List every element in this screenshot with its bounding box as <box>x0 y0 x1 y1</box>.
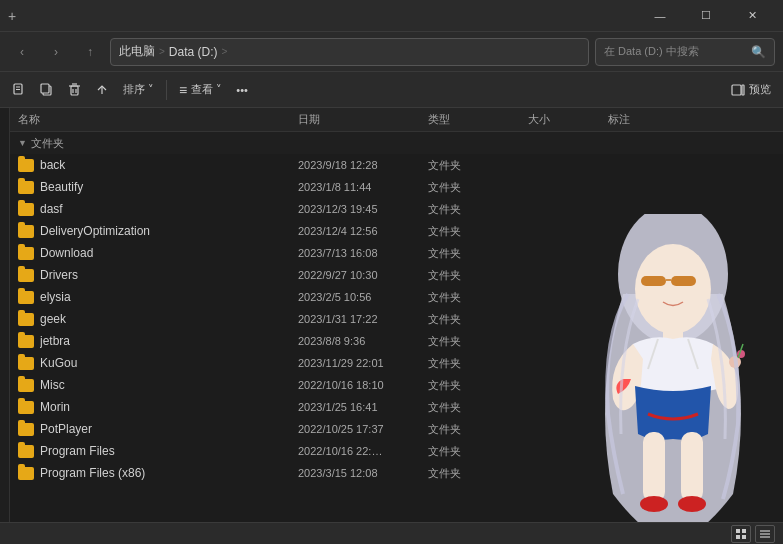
breadcrumb[interactable]: 此电脑 > Data (D:) > <box>110 38 589 66</box>
more-icon: ••• <box>236 84 248 96</box>
file-name: Drivers <box>40 268 298 282</box>
table-row[interactable]: Morin 2023/1/25 16:41 文件夹 <box>10 396 783 418</box>
file-date: 2022/10/25 17:37 <box>298 423 428 435</box>
file-name: KuGou <box>40 356 298 370</box>
delete-icon <box>68 83 81 97</box>
file-date: 2023/12/4 12:56 <box>298 225 428 237</box>
toolbar-right: 预览 <box>725 76 777 104</box>
up-folder-button[interactable] <box>89 76 115 104</box>
table-row[interactable]: KuGou 2023/11/29 22:01 文件夹 <box>10 352 783 374</box>
file-date: 2022/10/16 22:… <box>298 445 428 457</box>
col-tag-header[interactable]: 标注 <box>608 112 688 127</box>
file-name: Beautify <box>40 180 298 194</box>
file-date: 2023/1/31 17:22 <box>298 313 428 325</box>
file-icon <box>18 224 40 238</box>
col-name-header[interactable]: 名称 <box>18 112 298 127</box>
file-type: 文件夹 <box>428 158 528 173</box>
file-type: 文件夹 <box>428 400 528 415</box>
status-grid-view[interactable] <box>731 525 751 543</box>
file-type: 文件夹 <box>428 422 528 437</box>
file-name: Program Files <box>40 444 298 458</box>
file-list: ▼ 文件夹 back 2023/9/18 12:28 文件夹 Beautify <box>10 132 783 544</box>
file-name: PotPlayer <box>40 422 298 436</box>
file-icon <box>18 444 40 458</box>
file-name: Download <box>40 246 298 260</box>
table-row[interactable]: back 2023/9/18 12:28 文件夹 <box>10 154 783 176</box>
file-type: 文件夹 <box>428 268 528 283</box>
status-list-view[interactable] <box>755 525 775 543</box>
table-row[interactable]: PotPlayer 2022/10/25 17:37 文件夹 <box>10 418 783 440</box>
forward-button[interactable]: › <box>42 38 70 66</box>
table-row[interactable]: dasf 2023/12/3 19:45 文件夹 <box>10 198 783 220</box>
file-icon <box>18 246 40 260</box>
col-type-header[interactable]: 类型 <box>428 112 528 127</box>
table-row[interactable]: geek 2023/1/31 17:22 文件夹 <box>10 308 783 330</box>
minimize-button[interactable]: — <box>637 0 683 32</box>
file-name: DeliveryOptimization <box>40 224 298 238</box>
file-date: 2022/10/16 18:10 <box>298 379 428 391</box>
col-size-header[interactable]: 大小 <box>528 112 608 127</box>
svg-rect-28 <box>742 529 746 533</box>
new-file-button[interactable] <box>6 76 32 104</box>
file-icon <box>18 268 40 282</box>
file-name: dasf <box>40 202 298 216</box>
preview-button[interactable]: 预览 <box>725 76 777 104</box>
svg-rect-10 <box>732 85 741 95</box>
file-icon <box>18 180 40 194</box>
delete-button[interactable] <box>62 76 87 104</box>
table-row[interactable]: Program Files 2022/10/16 22:… 文件夹 <box>10 440 783 462</box>
file-date: 2023/9/18 12:28 <box>298 159 428 171</box>
back-button[interactable]: ‹ <box>8 38 36 66</box>
file-type: 文件夹 <box>428 378 528 393</box>
file-name: geek <box>40 312 298 326</box>
file-type: 文件夹 <box>428 334 528 349</box>
file-rows-container: back 2023/9/18 12:28 文件夹 Beautify 2023/1… <box>10 154 783 484</box>
table-row[interactable]: elysia 2023/2/5 10:56 文件夹 <box>10 286 783 308</box>
table-row[interactable]: jetbra 2023/8/8 9:36 文件夹 <box>10 330 783 352</box>
file-icon <box>18 422 40 436</box>
file-name: back <box>40 158 298 172</box>
svg-rect-5 <box>71 86 78 95</box>
main-area: 名称 日期 类型 大小 标注 ▼ 文件夹 back 2023/9/18 12:2… <box>0 108 783 544</box>
svg-rect-30 <box>742 535 746 539</box>
maximize-button[interactable]: ☐ <box>683 0 729 32</box>
file-icon <box>18 356 40 370</box>
preview-icon <box>731 83 745 97</box>
file-type: 文件夹 <box>428 356 528 371</box>
file-name: elysia <box>40 290 298 304</box>
table-row[interactable]: Program Files (x86) 2023/3/15 12:08 文件夹 <box>10 462 783 484</box>
toolbar: 排序 ˅ ≡ 查看 ˅ ••• 预览 <box>0 72 783 108</box>
title-bar: + — ☐ ✕ <box>0 0 783 32</box>
file-type: 文件夹 <box>428 290 528 305</box>
file-name: Morin <box>40 400 298 414</box>
group-chevron: ▼ <box>18 138 27 148</box>
up-folder-icon <box>95 83 109 97</box>
more-button[interactable]: ••• <box>230 76 254 104</box>
table-row[interactable]: Beautify 2023/1/8 11:44 文件夹 <box>10 176 783 198</box>
new-file-icon <box>12 83 26 97</box>
table-row[interactable]: DeliveryOptimization 2023/12/4 12:56 文件夹 <box>10 220 783 242</box>
file-name: Program Files (x86) <box>40 466 298 480</box>
title-bar-left: + <box>8 8 16 24</box>
col-date-header[interactable]: 日期 <box>298 112 428 127</box>
sort-button[interactable]: 排序 ˅ <box>117 76 160 104</box>
file-type: 文件夹 <box>428 180 528 195</box>
svg-rect-11 <box>742 85 744 95</box>
table-row[interactable]: Misc 2022/10/16 18:10 文件夹 <box>10 374 783 396</box>
svg-rect-29 <box>736 535 740 539</box>
grid-view-icon <box>735 528 747 540</box>
up-button[interactable]: ↑ <box>76 38 104 66</box>
file-date: 2023/3/15 12:08 <box>298 467 428 479</box>
sidebar <box>0 108 10 544</box>
copy-button[interactable] <box>34 76 60 104</box>
new-tab-icon[interactable]: + <box>8 8 16 24</box>
view-button[interactable]: ≡ 查看 ˅ <box>173 76 228 104</box>
table-row[interactable]: Download 2023/7/13 16:08 文件夹 <box>10 242 783 264</box>
file-name: jetbra <box>40 334 298 348</box>
file-date: 2023/8/8 9:36 <box>298 335 428 347</box>
status-bar <box>0 522 783 544</box>
close-button[interactable]: ✕ <box>729 0 775 32</box>
file-date: 2023/12/3 19:45 <box>298 203 428 215</box>
search-box[interactable]: 在 Data (D:) 中搜索 🔍 <box>595 38 775 66</box>
table-row[interactable]: Drivers 2022/9/27 10:30 文件夹 <box>10 264 783 286</box>
